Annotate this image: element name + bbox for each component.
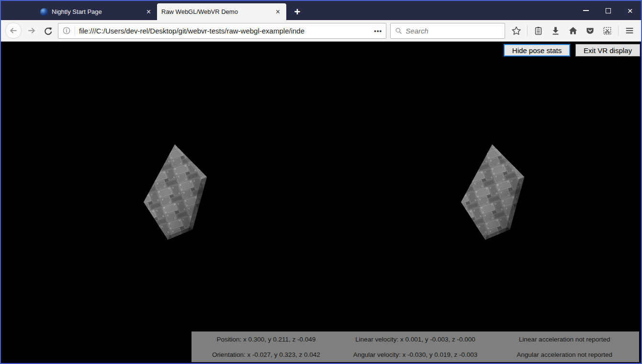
forward-button[interactable] [25,24,38,37]
window-controls: × [575,1,641,20]
pose-linear-velocity: Linear velocity: x 0.001, y -0.003, z -0… [355,336,475,343]
pocket-button[interactable] [583,23,597,38]
maximize-button[interactable] [597,1,619,20]
url-text[interactable]: file:///C:/Users/dev-rel/Desktop/git/web… [79,27,370,35]
browser-window: Nightly Start Page × Raw WebGL/WebVR Dem… [0,0,642,364]
reload-icon [44,26,53,35]
webvr-canvas-viewport: Hide pose stats Exit VR display Position… [1,42,641,363]
home-button[interactable] [565,23,580,38]
search-input[interactable] [405,27,500,35]
right-eye-cube-render [459,142,529,243]
download-arrow-icon [551,26,560,35]
tab-title: Nightly Start Page [52,8,141,15]
left-eye-cube-render [141,142,211,243]
navigation-toolbar: file:///C:/Users/dev-rel/Desktop/git/web… [1,20,641,42]
pose-angular-velocity: Angular velocity: x -0.030, y 0.019, z -… [353,351,478,358]
toolbar-icon-row [509,23,637,38]
maximize-icon [606,8,611,13]
downloads-button[interactable] [548,23,563,38]
tab-close-icon[interactable]: × [145,8,152,16]
pose-stats-panel: Position: x 0.300, y 0.211, z -0.049 Lin… [191,331,639,362]
reading-list-button[interactable] [531,23,546,38]
pocket-icon [586,26,595,35]
search-bar[interactable] [390,23,505,39]
pose-angular-acceleration: Angular acceleration not reported [517,351,612,358]
exit-vr-display-button[interactable]: Exit VR display [575,44,640,56]
toolbar-separator [618,25,619,36]
search-icon [395,27,402,35]
menu-button[interactable] [622,23,637,38]
page-info-icon[interactable] [62,26,71,35]
identity-separator [75,25,75,36]
tab-raw-webgl-webvr-demo[interactable]: Raw WebGL/WebVR Demo × [157,3,286,20]
screenshot-button[interactable] [600,23,615,38]
minimize-icon [583,10,589,11]
tab-nightly-start-page[interactable]: Nightly Start Page × [36,3,157,20]
star-icon [511,26,521,36]
forward-arrow-icon [27,26,36,35]
minimize-button[interactable] [575,1,597,20]
hide-pose-stats-button[interactable]: Hide pose stats [504,44,570,56]
hamburger-icon [625,26,634,35]
pose-orientation: Orientation: x -0.027, y 0.323, z 0.042 [212,351,320,358]
new-tab-button[interactable]: + [289,3,305,20]
close-window-button[interactable]: × [619,1,641,20]
pose-position: Position: x 0.300, y 0.211, z -0.049 [216,336,315,343]
nightly-globe-icon [40,8,48,16]
tab-bar: Nightly Start Page × Raw WebGL/WebVR Dem… [1,1,641,20]
pose-linear-acceleration: Linear acceleration not reported [519,336,610,343]
screenshot-scissors-icon [603,26,612,35]
bookmark-star-button[interactable] [509,23,524,38]
home-icon [568,26,578,35]
page-actions-button[interactable]: ••• [374,27,382,34]
toolbar-separator [527,25,528,36]
reload-button[interactable] [42,24,54,37]
url-bar[interactable]: file:///C:/Users/dev-rel/Desktop/git/web… [58,23,386,39]
titlebar-drag-space [1,1,36,20]
back-button[interactable] [5,22,22,39]
tab-title: Raw WebGL/WebVR Demo [161,8,270,15]
clipboard-icon [534,26,543,35]
back-arrow-icon [9,26,18,35]
tab-close-icon[interactable]: × [274,8,282,16]
